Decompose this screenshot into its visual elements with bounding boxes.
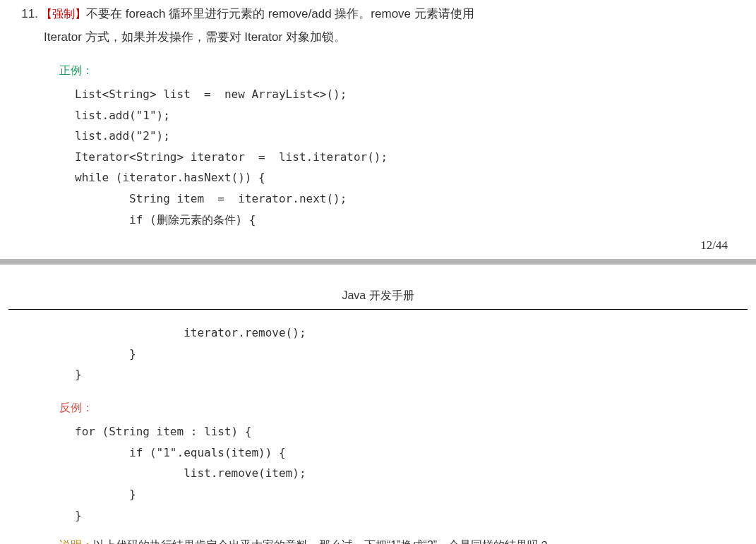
positive-code-bottom: iterator.remove(); } } bbox=[75, 322, 742, 385]
item-number: 11. bbox=[14, 4, 41, 25]
page-divider bbox=[0, 259, 756, 265]
mandatory-tag: 【强制】 bbox=[41, 8, 86, 20]
explanation-line: 说明：以上代码的执行结果肯定会出乎大家的意料，那么试一下把“1”换成“2”，会是… bbox=[59, 536, 742, 544]
rule-item: 11. 【强制】不要在 foreach 循环里进行元素的 remove/add … bbox=[14, 4, 742, 25]
rule-text-line1: 不要在 foreach 循环里进行元素的 remove/add 操作。remov… bbox=[86, 7, 474, 20]
negative-example-label: 反例： bbox=[59, 398, 742, 417]
positive-code-top: List<String> list = new ArrayList<>(); l… bbox=[75, 84, 742, 230]
item-body: 【强制】不要在 foreach 循环里进行元素的 remove/add 操作。r… bbox=[41, 4, 742, 25]
explain-label: 说明： bbox=[59, 539, 93, 544]
negative-code: for (String item : list) { if ("1".equal… bbox=[75, 421, 742, 526]
rule-text-line2: Iterator 方式，如果并发操作，需要对 Iterator 对象加锁。 bbox=[44, 28, 742, 48]
explain-text: 以上代码的执行结果肯定会出乎大家的意料，那么试一下把“1”换成“2”，会是同样的… bbox=[93, 539, 550, 544]
document-header: Java 开发手册 bbox=[8, 286, 748, 310]
page-number: 12/44 bbox=[0, 236, 756, 256]
positive-example-label: 正例： bbox=[59, 61, 742, 80]
